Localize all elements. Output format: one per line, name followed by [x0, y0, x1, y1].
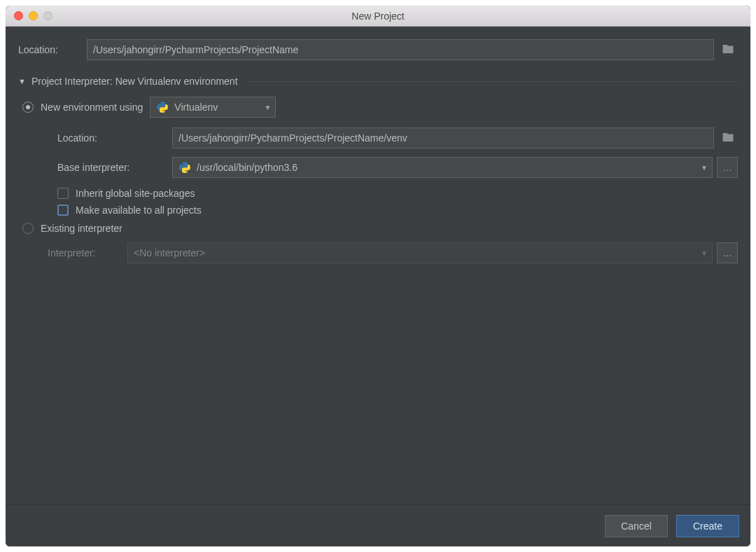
window-title: New Project [6, 11, 750, 22]
location-input-value: /Users/jahongirr/PycharmProjects/Project… [93, 44, 298, 55]
python-icon [178, 161, 191, 174]
interpreter-section: ▼ Project Interpreter: New Virtualenv en… [18, 76, 738, 263]
make-available-row: Make available to all projects [57, 205, 738, 216]
new-env-radio[interactable] [22, 102, 34, 113]
browse-env-location-button[interactable] [718, 127, 738, 149]
chevron-down-icon: ▼ [701, 249, 708, 257]
minimize-window-button[interactable] [29, 11, 38, 20]
existing-interpreter-label: Interpreter: [48, 247, 118, 258]
location-row: Location: /Users/jahongirr/PycharmProjec… [18, 39, 738, 60]
existing-interpreter-block: Existing interpreter Interpreter: <No in… [22, 223, 738, 263]
base-interpreter-value: /usr/local/bin/python3.6 [197, 162, 298, 173]
existing-interpreter-row: Interpreter: <No interpreter> ▼ … [48, 242, 738, 263]
existing-interpreter-value: <No interpreter> [134, 247, 205, 258]
ellipsis-icon: … [722, 162, 732, 173]
titlebar: New Project [6, 6, 750, 27]
chevron-down-icon: ▼ [18, 77, 26, 85]
browse-base-interpreter-button[interactable]: … [717, 157, 738, 178]
zoom-window-button[interactable] [43, 11, 52, 20]
base-interpreter-combo[interactable]: /usr/local/bin/python3.6 ▼ [172, 157, 713, 178]
base-interpreter-label: Base interpreter: [57, 162, 162, 173]
cancel-button-label: Cancel [621, 520, 652, 532]
env-location-input[interactable]: /Users/jahongirr/PycharmProjects/Project… [172, 127, 714, 149]
folder-icon [722, 131, 734, 146]
make-available-checkbox[interactable] [57, 205, 69, 216]
ellipsis-icon: … [722, 247, 732, 258]
location-input[interactable]: /Users/jahongirr/PycharmProjects/Project… [87, 39, 714, 60]
create-button[interactable]: Create [676, 515, 739, 537]
existing-interpreter-radio-label: Existing interpreter [41, 223, 122, 234]
new-env-radio-label: New environment using [41, 102, 143, 113]
env-location-row: Location: /Users/jahongirr/PycharmProjec… [57, 127, 738, 149]
location-label: Location: [18, 44, 77, 55]
browse-existing-interpreter-button[interactable]: … [717, 242, 738, 263]
env-tool-value: Virtualenv [174, 102, 218, 113]
inherit-packages-label: Inherit global site-packages [76, 188, 195, 199]
new-env-block: New environment using Virtualenv ▼ Locat… [22, 87, 738, 263]
existing-interpreter-radio[interactable] [22, 223, 34, 234]
create-button-label: Create [693, 520, 722, 532]
separator [248, 81, 738, 82]
make-available-label: Make available to all projects [76, 205, 202, 216]
python-icon [156, 101, 169, 113]
dialog-footer: Cancel Create [6, 504, 750, 546]
new-project-dialog: New Project Location: /Users/jahongirr/P… [6, 6, 750, 546]
chevron-down-icon: ▼ [701, 164, 708, 172]
close-window-button[interactable] [14, 11, 23, 20]
dialog-content: Location: /Users/jahongirr/PycharmProjec… [6, 27, 750, 504]
folder-icon [722, 43, 734, 57]
existing-interpreter-combo: <No interpreter> ▼ [127, 242, 713, 263]
interpreter-expander[interactable]: ▼ Project Interpreter: New Virtualenv en… [18, 76, 738, 87]
interpreter-header-text: Project Interpreter: New Virtualenv envi… [31, 76, 238, 87]
cancel-button[interactable]: Cancel [605, 515, 668, 537]
env-location-value: /Users/jahongirr/PycharmProjects/Project… [178, 132, 407, 144]
base-interpreter-row: Base interpreter: /usr/local/bin/python3… [57, 157, 738, 178]
browse-location-button[interactable] [718, 39, 738, 60]
env-location-label: Location: [57, 132, 162, 144]
inherit-packages-checkbox[interactable] [57, 188, 69, 199]
env-tool-combo[interactable]: Virtualenv ▼ [150, 97, 276, 118]
window-controls [6, 11, 52, 20]
chevron-down-icon: ▼ [264, 104, 271, 111]
inherit-packages-row: Inherit global site-packages [57, 188, 738, 199]
